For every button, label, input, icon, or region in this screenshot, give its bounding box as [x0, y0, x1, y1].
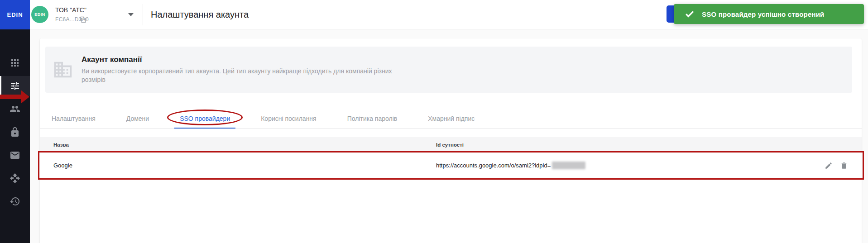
page-title: Налаштування акаунта [151, 0, 249, 29]
banner-description: Ви використовуєте корпоративний тип акау… [82, 67, 394, 84]
annotation-arrow [0, 95, 22, 99]
delete-icon[interactable] [840, 162, 848, 170]
tab-polityka-paroliv[interactable]: Політика паролів [336, 109, 408, 129]
move-arrows-icon[interactable] [0, 168, 30, 188]
settings-tabs: Налаштування Домени SSO провайдери Корис… [40, 109, 862, 129]
account-settings-card: Акаунт компанії Ви використовуєте корпор… [40, 38, 862, 243]
provider-name: Google [53, 162, 436, 169]
provider-entity-id: https://accounts.google.com/o/saml2?idpi… [436, 162, 551, 169]
header-divider [143, 4, 143, 25]
success-toast: SSO провайдер успішно створений [674, 4, 864, 24]
column-header-entity-id: Id сутності [436, 142, 805, 148]
tab-sso-providers[interactable]: SSO провайдери [169, 109, 241, 129]
toast-message: SSO провайдер успішно створений [702, 10, 825, 18]
building-icon [53, 59, 73, 80]
copy-icon[interactable] [80, 16, 87, 24]
tab-domeny[interactable]: Домени [115, 109, 160, 129]
check-icon [685, 9, 695, 19]
tab-korysni-posylannya[interactable]: Корисні посилання [250, 109, 327, 129]
banner-title: Акаунт компанії [82, 55, 394, 64]
table-header: Назва Id сутності [40, 137, 862, 152]
apps-grid-icon[interactable] [0, 53, 30, 73]
column-header-name: Назва [53, 142, 436, 148]
company-name[interactable]: ТОВ "АТС" [55, 6, 86, 14]
company-account-banner: Акаунт компанії Ви використовуєте корпор… [45, 47, 852, 93]
redacted-id-blur [552, 162, 585, 169]
mail-icon[interactable] [0, 145, 30, 165]
history-icon[interactable] [0, 191, 30, 211]
edit-icon[interactable] [825, 162, 833, 170]
annotation-arrow-head [21, 90, 29, 104]
app-window: EDIN EDIN ТОВ "АТС" FC6A...D3A0 Налаштув… [0, 0, 868, 243]
sidebar-nav [0, 29, 30, 243]
table-row[interactable]: Google https://accounts.google.com/o/sam… [40, 152, 862, 179]
chevron-down-icon[interactable] [128, 13, 134, 16]
company-avatar[interactable]: EDIN [31, 6, 48, 23]
tab-khmarnyi-pidpys[interactable]: Хмарний підпис [417, 109, 485, 129]
tab-nalashtuvannya[interactable]: Налаштування [41, 109, 106, 129]
lock-icon[interactable] [0, 122, 30, 142]
edin-logo[interactable]: EDIN [0, 0, 30, 29]
